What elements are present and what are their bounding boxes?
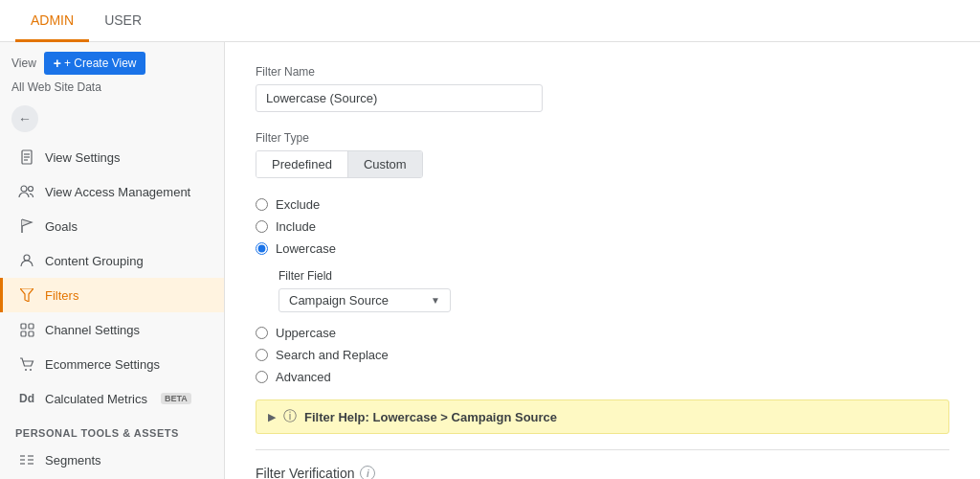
svg-rect-10 [29, 324, 33, 329]
radio-search-replace[interactable]: Search and Replace [256, 348, 949, 362]
back-button[interactable]: ← [11, 105, 38, 132]
sidebar-item-label: Content Grouping [45, 254, 144, 268]
sidebar-item-label: Calculated Metrics [45, 392, 147, 406]
sidebar-item-content-grouping[interactable]: Content Grouping [0, 243, 224, 278]
svg-marker-8 [20, 288, 33, 302]
question-icon: ⓘ [283, 408, 297, 425]
beta-badge: BETA [161, 393, 191, 404]
sidebar-item-calculated-metrics[interactable]: Dd Calculated Metrics BETA [0, 381, 224, 416]
flag-icon [18, 217, 35, 235]
grid-icon [18, 321, 35, 338]
info-icon: i [360, 466, 375, 479]
radio-exclude-label: Exclude [276, 197, 320, 212]
filter-name-group: Filter Name [256, 65, 949, 112]
main-layout: View + Create View All Web Site Data ← V… [0, 42, 980, 479]
sidebar-item-label: Channel Settings [45, 323, 140, 337]
radio-group-bottom: Uppercase Search and Replace Advanced [256, 326, 949, 384]
svg-point-7 [24, 255, 30, 261]
sidebar: View + Create View All Web Site Data ← V… [0, 42, 225, 479]
radio-search-replace-input[interactable] [256, 349, 268, 361]
sidebar-item-label: Goals [45, 219, 78, 234]
sidebar-item-view-settings[interactable]: View Settings [0, 140, 224, 174]
sidebar-item-filters[interactable]: Filters [0, 278, 224, 312]
sidebar-item-goals[interactable]: Goals [0, 209, 224, 243]
filter-type-tabs: Predefined Custom [256, 150, 423, 178]
svg-rect-12 [29, 331, 33, 336]
tab-user[interactable]: USER [89, 1, 157, 42]
radio-advanced-input[interactable] [256, 371, 268, 383]
chevron-down-icon: ▼ [431, 295, 440, 306]
sidebar-item-channel-settings[interactable]: Channel Settings [0, 312, 224, 347]
tab-predefined[interactable]: Predefined [256, 151, 347, 177]
radio-lowercase-input[interactable] [256, 242, 268, 255]
radio-advanced-label: Advanced [276, 370, 331, 384]
filter-verification-title: Filter Verification i [256, 466, 949, 479]
person-icon [18, 252, 35, 269]
main-content: Filter Name Filter Type Predefined Custo… [225, 42, 980, 479]
radio-include-input[interactable] [256, 220, 268, 233]
sidebar-item-view-access-management[interactable]: View Access Management [0, 174, 224, 209]
filter-verification: Filter Verification i Verify this filter… [256, 449, 949, 479]
sidebar-item-label: View Access Management [45, 185, 190, 199]
tab-custom[interactable]: Custom [347, 151, 422, 177]
svg-point-14 [30, 369, 32, 371]
radio-advanced[interactable]: Advanced [256, 370, 949, 384]
help-banner-text: Filter Help: Lowercase > Campaign Source [304, 410, 557, 424]
radio-uppercase-input[interactable] [256, 327, 268, 339]
filter-field-dropdown[interactable]: Campaign Source ▼ [278, 288, 451, 312]
sidebar-item-label: Filters [45, 288, 78, 303]
radio-search-replace-label: Search and Replace [276, 348, 389, 362]
view-label: View [11, 57, 36, 70]
filter-type-label: Filter Type [256, 131, 949, 145]
svg-rect-11 [21, 331, 26, 336]
tab-admin[interactable]: ADMIN [15, 1, 89, 42]
site-name: All Web Site Data [0, 80, 224, 102]
sidebar-item-segments[interactable]: Segments [0, 443, 224, 477]
radio-exclude-input[interactable] [256, 198, 268, 211]
sidebar-item-label: Ecommerce Settings [45, 357, 160, 372]
expand-arrow-icon: ▶ [268, 411, 276, 423]
radio-exclude[interactable]: Exclude [256, 197, 949, 212]
cart-icon [18, 355, 35, 373]
filter-name-input[interactable] [256, 84, 543, 112]
filter-type-group: Filter Type Predefined Custom [256, 131, 949, 178]
radio-group-top: Exclude Include Lowercase [256, 197, 949, 256]
help-banner[interactable]: ▶ ⓘ Filter Help: Lowercase > Campaign So… [256, 399, 949, 434]
create-view-button[interactable]: + Create View [44, 52, 146, 75]
sidebar-item-ecommerce-settings[interactable]: Ecommerce Settings [0, 347, 224, 381]
radio-uppercase[interactable]: Uppercase [256, 326, 949, 340]
filter-icon [18, 286, 35, 304]
radio-include-label: Include [276, 219, 316, 234]
svg-point-4 [21, 186, 27, 192]
sidebar-item-label: View Settings [45, 150, 121, 165]
sidebar-view-header: View + Create View [0, 42, 224, 80]
sidebar-item-label: Segments [45, 453, 101, 468]
radio-lowercase[interactable]: Lowercase [256, 241, 949, 256]
radio-uppercase-label: Uppercase [276, 326, 336, 340]
people-icon [18, 183, 35, 200]
svg-point-13 [25, 369, 27, 371]
doc-icon [18, 148, 35, 166]
dd-icon: Dd [18, 390, 35, 407]
filter-name-label: Filter Name [256, 65, 949, 79]
radio-lowercase-label: Lowercase [276, 241, 336, 256]
radio-include[interactable]: Include [256, 219, 949, 234]
segments-icon [18, 451, 35, 468]
svg-point-5 [29, 187, 33, 192]
filter-field-value: Campaign Source [289, 293, 389, 308]
top-nav: ADMIN USER [0, 0, 980, 42]
svg-rect-9 [21, 324, 26, 329]
personal-tools-section-label: PERSONAL TOOLS & ASSETS [0, 416, 224, 443]
filter-field-label: Filter Field [278, 269, 949, 283]
